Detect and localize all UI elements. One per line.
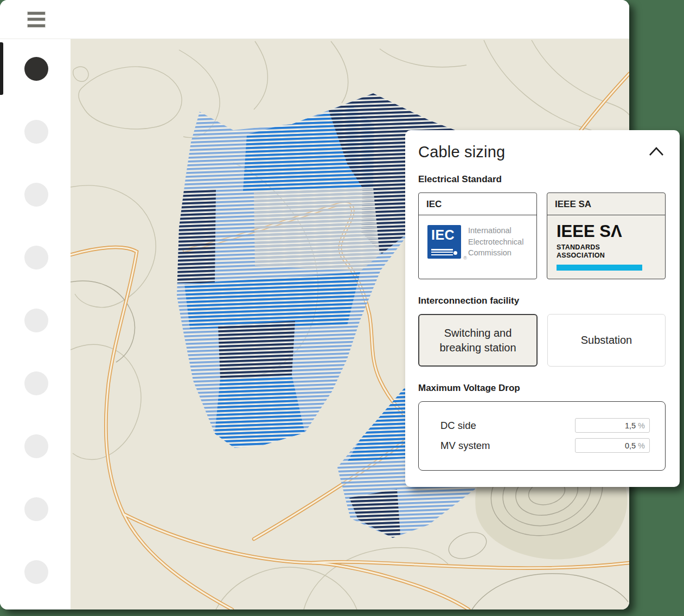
panel-header: Cable sizing — [418, 143, 666, 161]
substation-button[interactable]: Substation — [547, 314, 666, 367]
electrical-standard-section: Electrical Standard IEC IEC ® Internatio… — [418, 174, 666, 279]
ieee-sa-logo-subtext: STANDARDS ASSOCIATION — [557, 243, 657, 260]
top-bar — [0, 0, 629, 39]
dc-side-input[interactable]: 1,5 % — [575, 418, 650, 433]
collapse-panel-button[interactable] — [647, 144, 666, 161]
maximum-voltage-drop-section: Maximum Voltage Drop DC side 1,5 % MV sy… — [418, 383, 666, 471]
chevron-up-icon — [648, 146, 664, 157]
iec-card-title: IEC — [419, 193, 536, 215]
ieee-sa-card-body: IEEE SΛ STANDARDS ASSOCIATION — [547, 215, 665, 276]
iec-logo-text: IEC — [431, 228, 457, 242]
voltage-drop-box: DC side 1,5 % MV system 0,5 % — [418, 401, 666, 471]
interconnection-facility-section: Interconnection facility Switching and b… — [418, 296, 666, 367]
sidebar — [0, 39, 71, 609]
sidebar-item[interactable] — [24, 560, 48, 584]
iec-description: International Electrotechnical Commissio… — [468, 225, 523, 259]
standard-option-ieee-sa[interactable]: IEEE SA IEEE SΛ STANDARDS ASSOCIATION — [547, 193, 666, 279]
switching-breaking-station-button[interactable]: Switching and breaking station — [418, 314, 538, 367]
mv-system-label: MV system — [440, 440, 490, 452]
menu-bar — [27, 24, 46, 28]
sidebar-item[interactable] — [24, 246, 48, 270]
sidebar-item[interactable] — [24, 371, 48, 395]
mv-system-row: MV system 0,5 % — [440, 438, 650, 453]
iec-logo-dot — [453, 251, 457, 255]
facility-buttons: Switching and breaking station Substatio… — [418, 314, 666, 367]
iec-logo-lines — [431, 249, 453, 255]
dc-side-value: 1,5 — [625, 421, 636, 430]
menu-bar — [27, 11, 46, 15]
electrical-standard-label: Electrical Standard — [418, 174, 666, 185]
menu-bar — [27, 17, 46, 21]
iec-card-body: IEC ® International Electrotechnical Com… — [419, 215, 536, 266]
standard-cards: IEC IEC ® International Electrotechnical… — [418, 193, 666, 279]
ieee-sa-logo-text: IEEE SΛ — [557, 223, 657, 240]
screenshot-root: { "app": { "background_color": "#47704f"… — [0, 0, 684, 616]
interconnection-facility-label: Interconnection facility — [418, 296, 666, 306]
mv-system-value: 0,5 — [625, 441, 636, 450]
dc-side-row: DC side 1,5 % — [440, 418, 650, 433]
scroll-indicator[interactable] — [0, 42, 3, 95]
sidebar-item[interactable] — [24, 309, 48, 332]
standard-option-iec[interactable]: IEC IEC ® International Electrotechnical… — [418, 193, 537, 279]
sidebar-item[interactable] — [24, 434, 48, 458]
registered-trademark-symbol: ® — [463, 255, 467, 261]
dc-side-unit: % — [638, 421, 645, 430]
ieee-sa-card-title: IEEE SA — [547, 193, 665, 215]
sidebar-item[interactable] — [24, 120, 48, 144]
sidebar-item[interactable] — [24, 497, 48, 521]
sidebar-item-active[interactable] — [24, 57, 48, 81]
hamburger-menu-icon[interactable] — [27, 11, 46, 28]
maximum-voltage-drop-label: Maximum Voltage Drop — [418, 383, 666, 394]
mv-system-unit: % — [638, 441, 645, 450]
ieee-sa-accent-bar — [557, 265, 642, 271]
sidebar-item[interactable] — [24, 183, 48, 207]
cable-sizing-panel: Cable sizing Electrical Standard IEC IEC… — [405, 130, 680, 487]
mv-system-input[interactable]: 0,5 % — [575, 438, 650, 453]
dc-side-label: DC side — [440, 420, 476, 432]
panel-title: Cable sizing — [418, 143, 505, 161]
iec-logo: IEC ® — [427, 225, 461, 259]
